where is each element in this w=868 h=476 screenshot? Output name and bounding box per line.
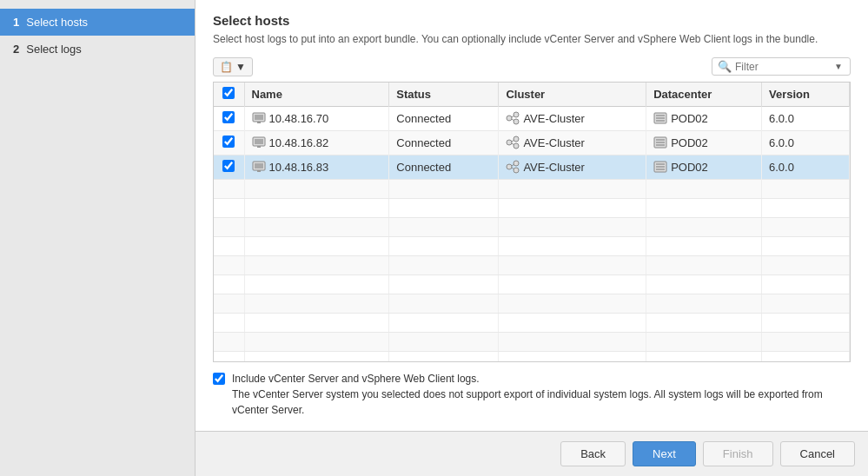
row-name: 10.48.16.82: [244, 130, 389, 155]
filter-input[interactable]: [735, 61, 831, 73]
empty-row: [214, 313, 850, 332]
row-name: 10.48.16.70: [244, 106, 389, 130]
row-cluster: AVE-Cluster: [499, 106, 646, 130]
content-area: Select hosts Select host logs to put int…: [195, 0, 868, 431]
empty-row: [214, 294, 850, 313]
row-checkbox-2[interactable]: [222, 160, 235, 172]
include-vcenter-label: Include vCenter Server and vSphere Web C…: [232, 371, 851, 387]
header-checkbox-cell: [214, 83, 244, 107]
svg-rect-22: [656, 142, 665, 143]
svg-point-15: [507, 140, 512, 145]
svg-rect-23: [656, 144, 665, 146]
bottom-bar: Back Next Finish Cancel: [195, 431, 868, 476]
main-content: Select hosts Select host logs to put int…: [195, 0, 868, 476]
next-button[interactable]: Next: [633, 441, 696, 466]
hosts-table-container: Name Status Cluster Datacenter Version: [213, 82, 851, 362]
search-icon: 🔍: [718, 60, 732, 73]
export-bundle-button[interactable]: 📋 ▼: [213, 57, 253, 76]
select-all-checkbox[interactable]: [222, 87, 235, 99]
svg-rect-33: [656, 163, 665, 165]
table-row: 10.48.16.83 Connected AVE-Cluster POD02 …: [214, 155, 850, 179]
include-vcenter-text-block: Include vCenter Server and vSphere Web C…: [232, 371, 851, 418]
svg-rect-10: [656, 117, 665, 119]
empty-row: [214, 351, 850, 362]
header-version: Version: [762, 83, 850, 107]
row-checkbox-1[interactable]: [222, 136, 235, 148]
svg-rect-34: [656, 166, 665, 168]
row-checkbox-0[interactable]: [222, 111, 235, 123]
sidebar-item-label-1: Select hosts: [26, 16, 88, 29]
empty-row: [214, 332, 850, 351]
table-row: 10.48.16.70 Connected AVE-Cluster POD02 …: [214, 106, 850, 130]
sidebar: 1 Select hosts 2 Select logs: [0, 0, 195, 476]
svg-rect-1: [255, 115, 263, 120]
hosts-table: Name Status Cluster Datacenter Version: [214, 83, 850, 362]
header-status: Status: [389, 83, 499, 107]
row-status: Connected: [389, 106, 499, 130]
row-datacenter: POD02: [646, 106, 762, 130]
row-cluster: AVE-Cluster: [499, 130, 646, 155]
filter-box: 🔍 ▼: [712, 57, 851, 76]
empty-row: [214, 217, 850, 236]
svg-rect-14: [257, 146, 261, 148]
empty-row: [214, 179, 850, 198]
header-datacenter: Datacenter: [646, 83, 762, 107]
svg-rect-25: [255, 163, 263, 169]
header-cluster: Cluster: [499, 83, 646, 107]
header-name: Name: [244, 83, 389, 107]
svg-rect-35: [656, 169, 665, 170]
empty-row: [214, 236, 850, 255]
row-checkbox-cell: [214, 155, 244, 179]
row-name: 10.48.16.83: [244, 155, 389, 179]
empty-row: [214, 255, 850, 274]
include-vcenter-section: Include vCenter Server and vSphere Web C…: [213, 371, 851, 418]
svg-rect-26: [257, 170, 261, 172]
row-checkbox-cell: [214, 130, 244, 155]
row-datacenter: POD02: [646, 155, 762, 179]
step-number-2: 2: [13, 43, 19, 56]
sidebar-item-label-2: Select logs: [26, 43, 82, 56]
toolbar: 📋 ▼ 🔍 ▼: [213, 57, 851, 76]
row-status: Connected: [389, 155, 499, 179]
svg-point-17: [514, 143, 519, 149]
sidebar-item-select-hosts[interactable]: 1 Select hosts: [0, 9, 195, 36]
svg-rect-13: [255, 139, 263, 144]
include-vcenter-note: The vCenter Server system you selected d…: [232, 387, 851, 418]
step-number-1: 1: [13, 16, 19, 29]
back-button[interactable]: Back: [560, 441, 626, 466]
svg-point-16: [514, 136, 519, 142]
row-cluster: AVE-Cluster: [499, 155, 646, 179]
sidebar-item-select-logs[interactable]: 2 Select logs: [0, 36, 195, 63]
row-version: 6.0.0: [762, 130, 850, 155]
row-version: 6.0.0: [762, 155, 850, 179]
svg-rect-9: [656, 115, 665, 116]
svg-point-29: [514, 168, 519, 173]
svg-rect-11: [656, 120, 665, 122]
export-icon: 📋: [220, 61, 233, 73]
row-version: 6.0.0: [762, 106, 850, 130]
svg-point-28: [514, 161, 519, 166]
toolbar-left: 📋 ▼: [213, 57, 253, 76]
page-description: Select host logs to put into an export b…: [213, 32, 851, 47]
svg-point-5: [514, 119, 519, 124]
svg-point-27: [507, 164, 512, 169]
dropdown-arrow-icon: ▼: [235, 61, 246, 73]
svg-rect-2: [257, 122, 261, 123]
svg-rect-21: [656, 139, 665, 141]
svg-point-4: [514, 112, 519, 117]
finish-button[interactable]: Finish: [703, 441, 773, 466]
table-header-row: Name Status Cluster Datacenter Version: [214, 83, 850, 107]
page-title: Select hosts: [213, 13, 851, 28]
empty-row: [214, 274, 850, 294]
row-datacenter: POD02: [646, 130, 762, 155]
cancel-button[interactable]: Cancel: [780, 441, 855, 466]
row-status: Connected: [389, 130, 499, 155]
empty-row: [214, 198, 850, 217]
svg-point-3: [507, 116, 512, 121]
table-row: 10.48.16.82 Connected AVE-Cluster POD02 …: [214, 130, 850, 155]
filter-dropdown-icon[interactable]: ▼: [834, 62, 843, 71]
row-checkbox-cell: [214, 106, 244, 130]
include-vcenter-checkbox[interactable]: [213, 373, 225, 385]
